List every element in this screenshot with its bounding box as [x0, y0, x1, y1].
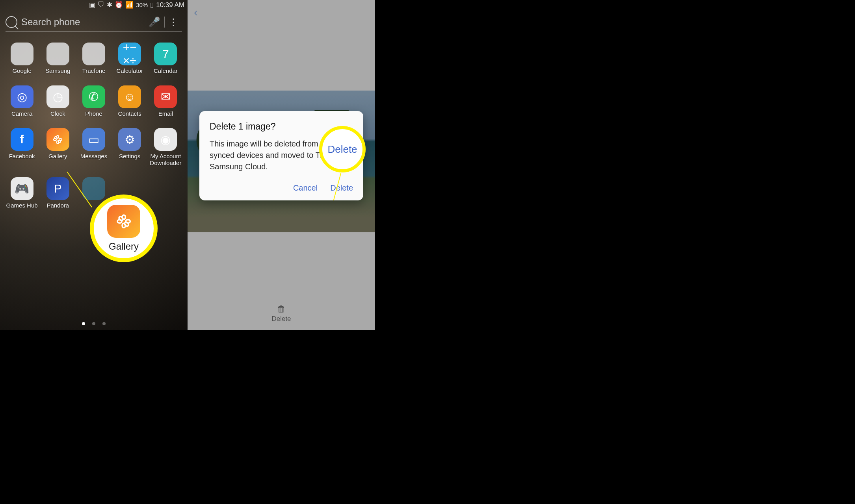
bt-icon: ✱ — [107, 1, 112, 9]
app-grid: Google Samsung Tracfone +−×÷Calculator 7… — [0, 43, 188, 209]
status-bar: ▣ ⛉ ✱ ⏰ 📶 30% ▯ 10:39 AM — [89, 1, 184, 9]
callout-gallery: Gallery — [90, 195, 158, 262]
app-games-hub[interactable]: 🎮Games Hub — [4, 177, 40, 209]
dialog-confirm[interactable]: Delete — [330, 183, 353, 193]
dialog-cancel[interactable]: Cancel — [293, 183, 318, 193]
search-icon — [6, 16, 17, 28]
panel-delete-dialog: ‹ 🗑 Delete Delete 1 image? This image wi… — [188, 0, 375, 330]
search-placeholder: Search phone — [21, 17, 145, 28]
app-facebook[interactable]: fFacebook — [4, 128, 40, 166]
app-settingsামه[interactable]: ⚙Settings — [112, 128, 148, 166]
app-calendar[interactable]: 7Calendar — [148, 43, 184, 74]
app-clock[interactable]: ◷Clock — [40, 85, 76, 117]
app-contacts[interactable]: ☺Contacts — [112, 85, 148, 117]
signal-icon: 📶 — [125, 1, 134, 9]
delete-button: 🗑 Delete — [271, 304, 291, 323]
trash-icon: 🗑 — [277, 304, 286, 314]
back-icon: ‹ — [194, 6, 198, 19]
app-google[interactable]: Google — [4, 43, 40, 74]
panel-image-view: ‹ 🗑 Delete 🗑 Delete ‹ 🗑 Delete Delete 1 … — [188, 0, 375, 330]
panel-home: ▣ ⛉ ✱ ⏰ 📶 30% ▯ 10:39 AM Search phone 🎤 … — [0, 0, 188, 330]
alarm-icon: ⏰ — [115, 1, 123, 9]
callout-delete-confirm: Delete — [319, 126, 366, 172]
battery-pct: 30% — [136, 2, 148, 8]
app-phone[interactable]: ✆Phone — [76, 85, 112, 117]
app-messages[interactable]: ▭Messages — [76, 128, 112, 166]
wifi-icon: ⛉ — [98, 1, 104, 9]
battery-icon: ▣ — [89, 1, 95, 9]
app-email[interactable]: ✉Email — [148, 85, 184, 117]
battery-shape-icon: ▯ — [150, 1, 154, 9]
more-icon[interactable]: ⋮ — [165, 17, 182, 28]
app-samsung[interactable]: Samsung — [40, 43, 76, 74]
mic-icon[interactable]: 🎤 — [145, 17, 164, 28]
gallery-icon — [107, 205, 140, 238]
callout-label: Gallery — [109, 241, 139, 252]
app-my-account-downloader[interactable]: ◉My Account Downloader — [148, 128, 184, 166]
search-bar[interactable]: Search phone 🎤 ⋮ — [6, 13, 182, 32]
app-tracfone[interactable]: Tracfone — [76, 43, 112, 74]
app-pandora[interactable]: PPandora — [40, 177, 76, 209]
status-time: 10:39 AM — [156, 1, 184, 9]
app-camera[interactable]: ◎Camera — [4, 85, 40, 117]
app-gallery[interactable]: Gallery — [40, 128, 76, 166]
app-calculator[interactable]: +−×÷Calculator — [112, 43, 148, 74]
page-indicator[interactable] — [0, 322, 188, 325]
